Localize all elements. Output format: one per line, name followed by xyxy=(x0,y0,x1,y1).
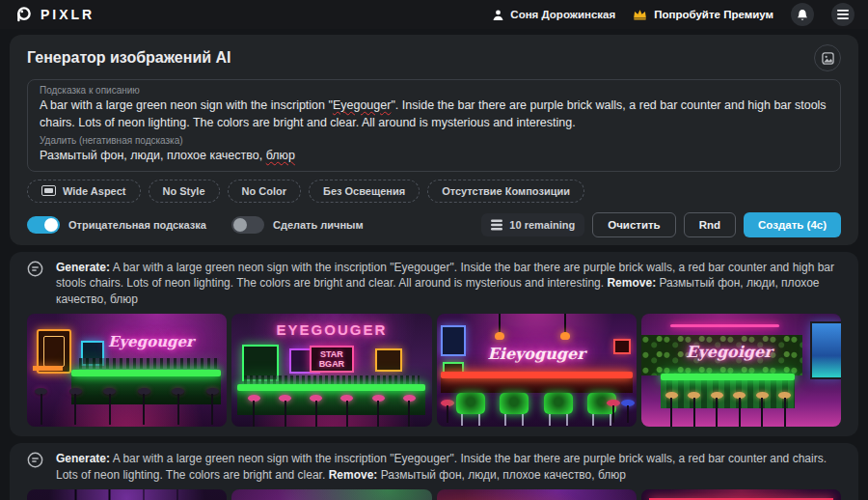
neon-sign-text: Eyegouger xyxy=(108,333,194,350)
make-private-toggle[interactable] xyxy=(231,216,264,234)
green-chair xyxy=(456,393,485,426)
generation-result: Generate: A bar with a large green neon … xyxy=(10,443,858,500)
bar-stool xyxy=(69,388,82,425)
prompt-input[interactable]: A bar with a large green neon sign with … xyxy=(40,97,828,131)
generate-label: Generate: xyxy=(56,261,110,274)
create-button[interactable]: Создать (4с) xyxy=(744,212,841,237)
option-chips: Wide Aspect No Style No Color Без Освеще… xyxy=(27,180,841,203)
chip-label: No Color xyxy=(242,185,286,197)
chip-wide-aspect[interactable]: Wide Aspect xyxy=(27,180,141,203)
bar-stool xyxy=(103,388,116,425)
generated-image-7[interactable]: Nel xyxy=(437,489,637,500)
chip-label: No Style xyxy=(163,185,205,197)
bottle-shelf xyxy=(244,375,420,384)
generated-image-4[interactable]: Eyegoiger xyxy=(641,314,841,427)
make-private-toggle-label: Сделать личным xyxy=(273,219,364,231)
remove-label: Remove: xyxy=(329,468,378,482)
generation-result: Generate: A bar with a large green neon … xyxy=(10,252,858,437)
neon-frame xyxy=(375,348,402,372)
premium-button[interactable]: Попробуйте Премиум xyxy=(633,9,773,20)
generated-image-2[interactable]: EYEGOUGER STAR BGAR xyxy=(231,314,431,427)
bar-stool xyxy=(403,395,416,427)
hanging-lamp xyxy=(499,314,501,333)
neon-tube xyxy=(670,324,779,327)
neon-sign-text: Eieyoguger xyxy=(488,345,585,363)
chip-label: Без Освещения xyxy=(323,185,405,197)
bar-stool xyxy=(733,392,746,427)
chip-no-lighting[interactable]: Без Освещения xyxy=(309,180,420,203)
bar-stool xyxy=(248,395,260,427)
neon-ledge xyxy=(33,366,63,371)
bar-stool xyxy=(138,388,150,425)
random-button[interactable]: Rnd xyxy=(684,212,736,237)
result-prompt-text: Generate: A bar with a large green neon … xyxy=(56,260,841,308)
credits-icon xyxy=(491,219,502,231)
generated-image-6[interactable]: Eyegouger xyxy=(231,489,431,500)
generated-image-1[interactable]: Eyegouger xyxy=(27,314,227,427)
account-menu[interactable]: Соня Дорожинская xyxy=(492,9,615,21)
hanging-lamp xyxy=(564,314,566,333)
window xyxy=(810,321,841,379)
bar-stool xyxy=(206,388,219,425)
bar-stool xyxy=(310,395,322,427)
chip-label: Отсутствие Композиции xyxy=(442,185,570,197)
generated-image-3[interactable]: Eieyoguger xyxy=(437,314,637,427)
bar-stool xyxy=(372,395,385,427)
negative-prompt-input[interactable]: Размытый фон, люди, плохое качество, блю… xyxy=(40,148,828,165)
page-title: Генератор изображений AI xyxy=(27,49,231,67)
premium-label: Попробуйте Премиум xyxy=(654,9,773,20)
bar-stool xyxy=(441,400,454,423)
prompt-text-misspelled: Eyegouger xyxy=(333,98,391,112)
green-chair xyxy=(544,393,573,426)
generated-image-8[interactable]: Eyec gigger xyxy=(641,489,841,500)
clear-button[interactable]: Очистить xyxy=(592,212,676,237)
crown-icon xyxy=(633,9,647,20)
neon-sign-text: Eyegoiger xyxy=(686,343,772,361)
bar-stool xyxy=(340,395,353,427)
chip-no-composition[interactable]: Отсутствие Композиции xyxy=(427,180,584,203)
prompt-label: Подсказка к описанию xyxy=(40,85,828,96)
negative-text: Размытый фон, люди, плохое качество, xyxy=(40,149,266,162)
notifications-button[interactable] xyxy=(791,3,814,26)
negative-prompt-toggle[interactable] xyxy=(27,216,60,234)
green-chair xyxy=(500,393,529,426)
bar-stool xyxy=(607,400,620,423)
negative-text-misspelled: блюр xyxy=(266,149,295,162)
bar-chairs xyxy=(456,393,616,426)
aspect-ratio-icon xyxy=(41,185,56,196)
bar-stool xyxy=(778,392,791,427)
image-upload-button[interactable] xyxy=(814,44,841,71)
remove-text: Размытый фон, люди, плохое качество, блю… xyxy=(381,468,626,482)
neon-sub-sign: STAR BGAR xyxy=(310,346,354,373)
generated-images-row: Eyegouger Nel Eyec gigger xyxy=(27,489,841,500)
neon-frame xyxy=(441,325,466,356)
bar-stools xyxy=(248,395,416,427)
user-name: Соня Дорожинская xyxy=(510,9,615,20)
prompt-fields: Подсказка к описанию A bar with a large … xyxy=(27,79,841,172)
bar-stool xyxy=(711,392,723,427)
image-icon xyxy=(822,52,834,65)
bottle-shelf xyxy=(79,358,219,369)
generated-image-5[interactable] xyxy=(27,489,227,500)
neon-sign-text: EYEGOUGER xyxy=(277,321,388,338)
negative-prompt-toggle-label: Отрицательная подсказка xyxy=(68,219,206,231)
generate-label: Generate: xyxy=(56,452,110,465)
bar-stool xyxy=(756,392,769,427)
bar-stool xyxy=(688,392,700,427)
bar-stool xyxy=(279,395,291,427)
chip-no-color[interactable]: No Color xyxy=(228,180,301,203)
neon-bar-counter xyxy=(237,384,425,391)
bell-icon xyxy=(797,9,808,21)
main-menu-button[interactable] xyxy=(831,3,854,26)
hamburger-icon xyxy=(837,10,849,19)
neon-bar-counter xyxy=(441,372,633,378)
chip-no-style[interactable]: No Style xyxy=(149,180,220,203)
credits-label: 10 remaining xyxy=(509,219,575,231)
neon-bar-counter xyxy=(661,374,795,380)
brand-name: PIXLR xyxy=(41,7,95,22)
pixlr-logo[interactable]: PIXLR xyxy=(14,5,95,24)
pixlr-logo-icon xyxy=(14,5,33,24)
bar-stool xyxy=(665,392,678,427)
topbar: PIXLR Соня Дорожинская Попробуйте Премиу… xyxy=(0,0,868,29)
bar-stool xyxy=(621,400,635,423)
